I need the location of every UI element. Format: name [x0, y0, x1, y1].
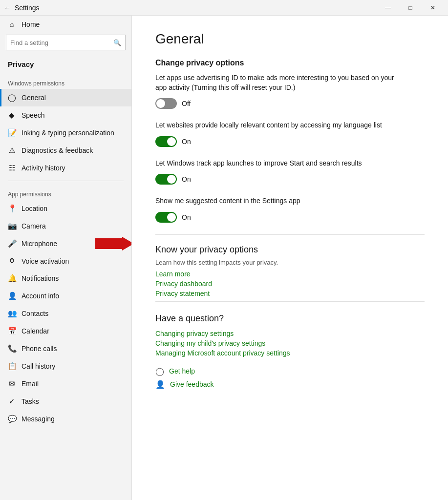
- suggested-description: Show me suggested content in the Setting…: [155, 196, 400, 206]
- give-feedback-item[interactable]: 👤 Give feedback: [155, 380, 425, 389]
- content-divider-2: [155, 301, 425, 302]
- language-description: Let websites provide locally relevant co…: [155, 121, 400, 130]
- account-icon: 👤: [8, 292, 16, 300]
- home-icon: ⌂: [8, 20, 16, 28]
- privacy-statement-link[interactable]: Privacy statement: [155, 290, 425, 297]
- title-bar-title: Settings: [15, 4, 40, 12]
- camera-icon: 📷: [8, 222, 16, 230]
- title-bar: ← Settings — □ ✕: [0, 0, 448, 16]
- sidebar-home-label: Home: [21, 21, 40, 28]
- email-icon: ✉: [8, 379, 16, 388]
- sidebar-search[interactable]: 🔍: [6, 35, 126, 50]
- tasks-icon: ✓: [8, 397, 16, 406]
- sidebar-item-general[interactable]: ◯ General: [0, 89, 131, 106]
- app-body: ⌂ Home 🔍 Privacy Windows permissions ◯ G…: [0, 16, 448, 500]
- sidebar-item-messaging-label: Messaging: [21, 415, 55, 423]
- sidebar-item-activity[interactable]: ☷ Activity history: [0, 159, 131, 177]
- sidebar-item-messaging[interactable]: 💬 Messaging: [0, 410, 131, 428]
- sidebar-item-notifications-label: Notifications: [21, 274, 59, 282]
- arrow-body: [95, 238, 122, 249]
- sidebar-item-contacts[interactable]: 👥 Contacts: [0, 305, 131, 322]
- sidebar-item-diagnostics[interactable]: ⚠ Diagnostics & feedback: [0, 142, 131, 159]
- tracking-toggle-label: On: [182, 175, 191, 183]
- know-description: Learn how this setting impacts your priv…: [155, 259, 425, 266]
- phonecalls-icon: 📞: [8, 344, 16, 353]
- suggested-toggle-label: On: [182, 213, 191, 221]
- sidebar-item-phonecalls-label: Phone calls: [21, 345, 57, 353]
- messaging-icon: 💬: [8, 415, 16, 423]
- changing-privacy-link[interactable]: Changing privacy settings: [155, 330, 425, 337]
- managing-account-link[interactable]: Managing Microsoft account privacy setti…: [155, 349, 425, 357]
- change-section-title: Change privacy options: [155, 59, 425, 67]
- sidebar-item-callhistory-label: Call history: [21, 362, 55, 370]
- back-icon[interactable]: ←: [4, 4, 11, 12]
- sidebar-item-speech-label: Speech: [21, 111, 44, 119]
- give-feedback-icon: 👤: [155, 380, 165, 389]
- language-toggle-label: On: [182, 138, 191, 146]
- sidebar-item-notifications[interactable]: 🔔 Notifications: [0, 270, 131, 287]
- microphone-icon: 🎤: [8, 239, 16, 248]
- privacy-dashboard-link[interactable]: Privacy dashboard: [155, 280, 425, 288]
- sidebar-item-activity-label: Activity history: [21, 164, 65, 172]
- question-section: Have a question? Changing privacy settin…: [155, 313, 425, 389]
- app-permissions-category: App permissions: [0, 185, 131, 200]
- sidebar-item-callhistory[interactable]: 📋 Call history: [0, 357, 131, 375]
- learn-more-link[interactable]: Learn more: [155, 270, 425, 278]
- search-input[interactable]: [10, 39, 113, 46]
- voice-icon: 🎙: [8, 257, 16, 265]
- activity-icon: ☷: [8, 164, 16, 172]
- windows-permissions-category: Windows permissions: [0, 74, 131, 89]
- callhistory-icon: 📋: [8, 362, 16, 371]
- sidebar-item-phonecalls[interactable]: 📞 Phone calls: [0, 340, 131, 357]
- language-toggle-thumb: [167, 137, 176, 146]
- content-divider: [155, 234, 425, 235]
- tracking-toggle-thumb: [167, 175, 176, 184]
- maximize-button[interactable]: □: [399, 0, 422, 16]
- tracking-description: Let Windows track app launches to improv…: [155, 159, 400, 168]
- sidebar-item-tasks-label: Tasks: [21, 397, 39, 405]
- advertising-toggle-row: Off: [155, 98, 425, 109]
- advertising-description: Let apps use advertising ID to make ads …: [155, 73, 400, 92]
- minimize-button[interactable]: —: [377, 0, 399, 16]
- tracking-toggle-track: [155, 174, 177, 185]
- main-content: General Change privacy options Let apps …: [132, 16, 448, 500]
- language-toggle[interactable]: [155, 136, 177, 147]
- sidebar-item-inking[interactable]: 📝 Inking & typing personalization: [0, 124, 131, 142]
- sidebar-item-home[interactable]: ⌂ Home: [0, 16, 131, 33]
- sidebar-item-location-label: Location: [21, 205, 47, 212]
- inking-icon: 📝: [8, 128, 16, 137]
- title-bar-left: ← Settings: [4, 4, 40, 12]
- sidebar-item-speech[interactable]: ◆ Speech: [0, 106, 131, 124]
- arrow-tip: [122, 237, 132, 250]
- sidebar-item-voice[interactable]: 🎙 Voice activation: [0, 252, 131, 270]
- sidebar-item-tasks[interactable]: ✓ Tasks: [0, 393, 131, 410]
- help-section: ◯ Get help 👤 Give feedback: [155, 367, 425, 389]
- speech-icon: ◆: [8, 111, 16, 120]
- advertising-toggle[interactable]: [155, 98, 177, 109]
- close-button[interactable]: ✕: [422, 0, 444, 16]
- sidebar: ⌂ Home 🔍 Privacy Windows permissions ◯ G…: [0, 16, 132, 500]
- sidebar-item-microphone[interactable]: 🎤 Microphone: [0, 235, 131, 252]
- sidebar-item-account-label: Account info: [21, 292, 59, 300]
- sidebar-item-location[interactable]: 📍 Location: [0, 200, 131, 217]
- get-help-item[interactable]: ◯ Get help: [155, 367, 425, 376]
- suggested-toggle-track: [155, 212, 177, 223]
- sidebar-item-contacts-label: Contacts: [21, 310, 48, 317]
- sidebar-item-voice-label: Voice activation: [21, 257, 69, 265]
- sidebar-item-diagnostics-label: Diagnostics & feedback: [21, 146, 93, 154]
- language-toggle-track: [155, 136, 177, 147]
- sidebar-item-calendar[interactable]: 📅 Calendar: [0, 322, 131, 340]
- advertising-toggle-thumb: [156, 99, 165, 108]
- suggested-toggle[interactable]: [155, 212, 177, 223]
- changing-child-link[interactable]: Changing my child's privacy settings: [155, 339, 425, 347]
- sidebar-item-inking-label: Inking & typing personalization: [21, 129, 114, 137]
- general-icon: ◯: [8, 93, 16, 102]
- get-help-link[interactable]: Get help: [169, 367, 195, 375]
- red-arrow-indicator: [95, 237, 132, 250]
- give-feedback-link[interactable]: Give feedback: [170, 380, 214, 388]
- tracking-toggle[interactable]: [155, 174, 177, 185]
- sidebar-item-camera[interactable]: 📷 Camera: [0, 217, 131, 235]
- sidebar-item-email[interactable]: ✉ Email: [0, 375, 131, 393]
- advertising-toggle-track: [155, 98, 177, 109]
- sidebar-item-account[interactable]: 👤 Account info: [0, 287, 131, 305]
